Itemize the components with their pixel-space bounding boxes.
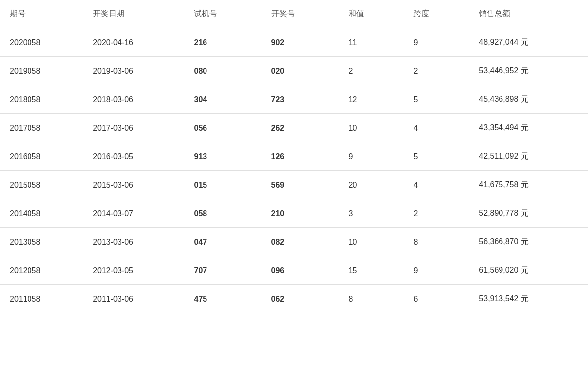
- cell-kaijianghao: 262: [262, 114, 339, 142]
- cell-date: 2014-03-07: [83, 199, 184, 228]
- cell-shijihao: 058: [184, 199, 261, 228]
- cell-shijihao: 707: [184, 256, 261, 285]
- cell-kuadu: 5: [404, 142, 469, 171]
- cell-qihao: 2015058: [0, 171, 83, 199]
- cell-date: 2017-03-06: [83, 114, 184, 142]
- cell-kuadu: 9: [404, 28, 469, 57]
- col-header-qihao: 期号: [0, 0, 83, 28]
- cell-sales: 43,354,494 元: [469, 114, 588, 142]
- cell-sales: 53,913,542 元: [469, 285, 588, 313]
- table-row: 20150582015-03-0601556920441,675,758 元: [0, 171, 588, 199]
- cell-date: 2018-03-06: [83, 85, 184, 114]
- cell-kaijianghao: 062: [262, 285, 339, 313]
- cell-kuadu: 5: [404, 85, 469, 114]
- col-header-kuadu: 跨度: [404, 0, 469, 28]
- cell-date: 2019-03-06: [83, 57, 184, 85]
- cell-sales: 45,436,898 元: [469, 85, 588, 114]
- cell-kaijianghao: 020: [262, 57, 339, 85]
- cell-qihao: 2019058: [0, 57, 83, 85]
- cell-kaijianghao: 569: [262, 171, 339, 199]
- table-row: 20140582014-03-070582103252,890,778 元: [0, 199, 588, 228]
- cell-hezhi: 12: [339, 85, 404, 114]
- cell-qihao: 2011058: [0, 285, 83, 313]
- cell-qihao: 2018058: [0, 85, 83, 114]
- table-row: 20180582018-03-0630472312545,436,898 元: [0, 85, 588, 114]
- cell-kuadu: 2: [404, 57, 469, 85]
- table-row: 20160582016-03-059131269542,511,092 元: [0, 142, 588, 171]
- cell-kuadu: 4: [404, 171, 469, 199]
- cell-date: 2015-03-06: [83, 171, 184, 199]
- cell-qihao: 2012058: [0, 256, 83, 285]
- table-row: 20200582020-04-1621690211948,927,044 元: [0, 28, 588, 57]
- cell-shijihao: 056: [184, 114, 261, 142]
- lottery-table: 期号 开奖日期 试机号 开奖号 和值 跨度 销售总额 20200582020-0…: [0, 0, 588, 313]
- cell-date: 2013-03-06: [83, 228, 184, 256]
- cell-hezhi: 8: [339, 285, 404, 313]
- cell-hezhi: 10: [339, 114, 404, 142]
- cell-kaijianghao: 096: [262, 256, 339, 285]
- table-row: 20110582011-03-064750628653,913,542 元: [0, 285, 588, 313]
- cell-kaijianghao: 126: [262, 142, 339, 171]
- cell-qihao: 2013058: [0, 228, 83, 256]
- cell-shijihao: 047: [184, 228, 261, 256]
- cell-kuadu: 8: [404, 228, 469, 256]
- cell-hezhi: 2: [339, 57, 404, 85]
- cell-kaijianghao: 902: [262, 28, 339, 57]
- cell-hezhi: 11: [339, 28, 404, 57]
- cell-kaijianghao: 210: [262, 199, 339, 228]
- cell-date: 2011-03-06: [83, 285, 184, 313]
- cell-sales: 42,511,092 元: [469, 142, 588, 171]
- cell-shijihao: 080: [184, 57, 261, 85]
- cell-kaijianghao: 082: [262, 228, 339, 256]
- cell-sales: 41,675,758 元: [469, 171, 588, 199]
- cell-kuadu: 4: [404, 114, 469, 142]
- cell-hezhi: 20: [339, 171, 404, 199]
- col-header-shijihao: 试机号: [184, 0, 261, 28]
- col-header-hezhi: 和值: [339, 0, 404, 28]
- table-row: 20130582013-03-0604708210856,366,870 元: [0, 228, 588, 256]
- cell-kuadu: 9: [404, 256, 469, 285]
- cell-hezhi: 15: [339, 256, 404, 285]
- cell-date: 2020-04-16: [83, 28, 184, 57]
- cell-sales: 56,366,870 元: [469, 228, 588, 256]
- cell-shijihao: 304: [184, 85, 261, 114]
- table-header-row: 期号 开奖日期 试机号 开奖号 和值 跨度 销售总额: [0, 0, 588, 28]
- table-row: 20120582012-03-0570709615961,569,020 元: [0, 256, 588, 285]
- cell-shijihao: 216: [184, 28, 261, 57]
- table-row: 20190582019-03-060800202253,446,952 元: [0, 57, 588, 85]
- cell-shijihao: 015: [184, 171, 261, 199]
- cell-date: 2016-03-05: [83, 142, 184, 171]
- cell-kuadu: 6: [404, 285, 469, 313]
- table-row: 20170582017-03-0605626210443,354,494 元: [0, 114, 588, 142]
- cell-kuadu: 2: [404, 199, 469, 228]
- cell-date: 2012-03-05: [83, 256, 184, 285]
- cell-sales: 61,569,020 元: [469, 256, 588, 285]
- cell-qihao: 2017058: [0, 114, 83, 142]
- cell-shijihao: 475: [184, 285, 261, 313]
- cell-qihao: 2014058: [0, 199, 83, 228]
- col-header-kaijianghao: 开奖号: [262, 0, 339, 28]
- cell-qihao: 2016058: [0, 142, 83, 171]
- cell-qihao: 2020058: [0, 28, 83, 57]
- cell-sales: 48,927,044 元: [469, 28, 588, 57]
- cell-hezhi: 3: [339, 199, 404, 228]
- cell-shijihao: 913: [184, 142, 261, 171]
- table-container: 期号 开奖日期 试机号 开奖号 和值 跨度 销售总额 20200582020-0…: [0, 0, 588, 386]
- cell-hezhi: 10: [339, 228, 404, 256]
- cell-hezhi: 9: [339, 142, 404, 171]
- cell-kaijianghao: 723: [262, 85, 339, 114]
- col-header-sales: 销售总额: [469, 0, 588, 28]
- cell-sales: 53,446,952 元: [469, 57, 588, 85]
- cell-sales: 52,890,778 元: [469, 199, 588, 228]
- col-header-date: 开奖日期: [83, 0, 184, 28]
